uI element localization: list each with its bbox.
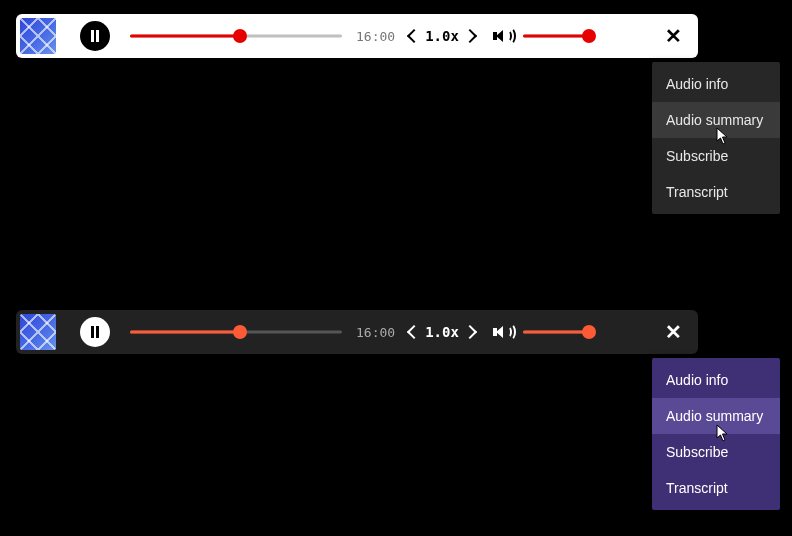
speed-label: 1.0x <box>425 28 459 44</box>
play-pause-button[interactable] <box>80 21 110 51</box>
speed-up-button[interactable] <box>463 325 477 339</box>
pause-icon <box>91 326 99 338</box>
seek-fill <box>130 331 240 334</box>
volume-knob[interactable] <box>582 325 596 339</box>
menu-item-subscribe[interactable]: Subscribe <box>652 434 780 470</box>
volume-control <box>493 28 595 44</box>
volume-fill <box>523 331 589 334</box>
context-menu: Audio info Audio summary Subscribe Trans… <box>652 62 780 214</box>
menu-item-transcript[interactable]: Transcript <box>652 470 780 506</box>
volume-icon[interactable] <box>493 324 513 340</box>
pause-icon <box>91 30 99 42</box>
speed-label: 1.0x <box>425 324 459 340</box>
volume-slider[interactable] <box>523 325 595 339</box>
volume-slider[interactable] <box>523 29 595 43</box>
menu-item-audio-summary[interactable]: Audio summary <box>652 102 780 138</box>
menu-item-audio-info[interactable]: Audio info <box>652 66 780 102</box>
cover-thumbnail[interactable] <box>20 314 56 350</box>
volume-fill <box>523 35 589 38</box>
seek-knob[interactable] <box>233 325 247 339</box>
seek-knob[interactable] <box>233 29 247 43</box>
speed-up-button[interactable] <box>463 29 477 43</box>
volume-icon[interactable] <box>493 28 513 44</box>
duration-label: 16:00 <box>356 325 395 340</box>
play-pause-button[interactable] <box>80 317 110 347</box>
speed-down-button[interactable] <box>407 29 421 43</box>
audio-player-light: 16:00 1.0x ✕ <box>16 14 698 58</box>
cover-thumbnail[interactable] <box>20 18 56 54</box>
volume-control <box>493 324 595 340</box>
close-button[interactable]: ✕ <box>665 322 682 342</box>
playback-speed-control: 1.0x <box>409 28 475 44</box>
menu-item-subscribe[interactable]: Subscribe <box>652 138 780 174</box>
menu-item-audio-summary[interactable]: Audio summary <box>652 398 780 434</box>
seek-fill <box>130 35 240 38</box>
menu-item-audio-info[interactable]: Audio info <box>652 362 780 398</box>
seek-slider[interactable] <box>130 325 342 339</box>
close-button[interactable]: ✕ <box>665 26 682 46</box>
duration-label: 16:00 <box>356 29 395 44</box>
volume-knob[interactable] <box>582 29 596 43</box>
context-menu: Audio info Audio summary Subscribe Trans… <box>652 358 780 510</box>
playback-speed-control: 1.0x <box>409 324 475 340</box>
menu-item-transcript[interactable]: Transcript <box>652 174 780 210</box>
speed-down-button[interactable] <box>407 325 421 339</box>
seek-slider[interactable] <box>130 29 342 43</box>
audio-player-dark: 16:00 1.0x ✕ <box>16 310 698 354</box>
